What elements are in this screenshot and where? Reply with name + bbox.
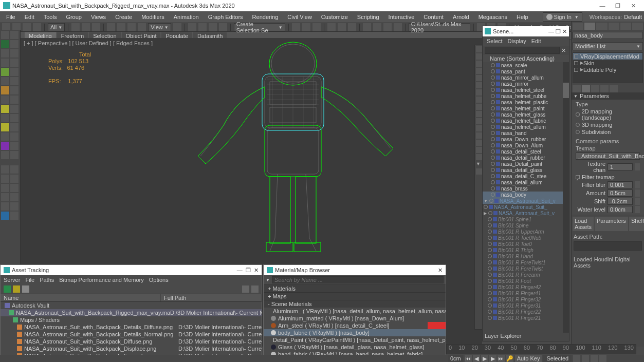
lt-icon[interactable] [10,40,19,48]
tab-display[interactable]: Display [508,38,526,44]
lt-icon[interactable] [10,49,19,58]
lt-icon[interactable] [10,114,19,122]
close-button[interactable]: ✕ [625,3,641,9]
menu-create[interactable]: Create [111,13,136,21]
filter-icon[interactable] [476,68,482,74]
funnel-icon[interactable]: ▼ [476,161,482,167]
spinner-snap-icon[interactable] [219,23,227,31]
nav-icon[interactable] [599,355,606,362]
lt-icon[interactable] [1,193,9,201]
scene-row[interactable]: Bip001 R Thigh [483,247,569,253]
lt-icon[interactable] [10,123,19,131]
lt-icon[interactable] [1,40,9,48]
minimize-button[interactable]: — [595,3,610,9]
dope-sheet-icon[interactable] [338,23,346,31]
align-icon[interactable] [302,23,310,31]
render-icon[interactable] [394,23,402,31]
amount-field[interactable]: 0,5cm [608,189,633,197]
spinner-icon[interactable] [635,198,640,205]
lt-icon[interactable] [1,77,9,85]
modifier-row[interactable]: VRayDisplacementMod [573,53,642,60]
lt-icon[interactable] [1,132,9,141]
layer-icon[interactable] [312,23,321,31]
lt-icon[interactable] [1,123,9,131]
close-icon[interactable]: ✕ [562,28,567,35]
tab-select[interactable]: Select [487,38,503,44]
scene-row[interactable]: Bip001 R Toe0Nub [483,235,569,241]
scene-row[interactable]: nasa_Down_Alum [483,142,569,148]
goto-start-icon[interactable]: ⏮ [465,355,472,362]
filter-icon[interactable] [476,46,482,52]
status-icon[interactable] [4,285,11,293]
lt-icon[interactable] [1,142,9,150]
scene-row[interactable]: nasa_mirror [483,81,569,87]
lt-icon[interactable] [1,212,9,220]
modifier-row[interactable]: ▶ Skin [573,60,642,66]
scene-row[interactable]: nasa_helmet_allum [483,124,569,130]
filter-icon[interactable] [476,154,482,160]
material-row[interactable]: Glass ( VRayMtl ) [nasa_detail_glass, na… [264,344,446,351]
minimize-icon[interactable]: — [548,28,554,34]
menu-animation[interactable]: Animation [170,13,203,21]
key-icon[interactable]: 🔑 [506,355,513,362]
percent-snap-icon[interactable] [209,23,217,31]
tab-shelf[interactable]: Shelf [629,217,644,231]
scene-row[interactable]: ▶NASA_Astronaut_Suit_v [483,210,569,216]
tab-parameters[interactable]: Parameters [595,217,628,231]
modifier-list-dropdown[interactable]: Modifier List▼ [573,42,643,50]
filter-icon[interactable] [476,97,482,103]
menu-interactive[interactable]: Interactive [384,13,419,21]
move-icon[interactable] [107,23,115,31]
scene-row[interactable]: nasa_helmet_steel [483,87,569,93]
prev-frame-icon[interactable]: ◀ [473,355,480,362]
unlink-icon[interactable] [33,23,41,31]
lt-icon[interactable] [10,105,19,113]
filter-icon[interactable] [476,75,482,81]
menu-megascans[interactable]: Megascans [474,13,511,21]
status-icon[interactable] [13,285,20,293]
filter-icon[interactable] [476,89,482,96]
named-selection[interactable]: Create Selection Se▼ [234,23,285,31]
material-row[interactable]: body_fabric ( VRayMtl ) [nasa_body] [264,329,446,336]
tree-icon[interactable] [251,285,259,293]
asset-row[interactable]: NASA_Astronaut_Suit_with_Backpack_Rigged… [1,309,262,316]
lt-icon[interactable] [10,96,19,104]
minimize-icon[interactable]: — [237,267,243,273]
scene-row[interactable]: Bip001 R Finger42 [483,284,569,290]
maximize-icon[interactable]: ❐ [246,267,251,274]
lt-icon[interactable] [10,77,19,85]
scene-row[interactable]: Bip001 R Finger32 [483,296,569,302]
lt-icon[interactable] [1,105,9,113]
section-maps[interactable]: + Maps [264,292,446,300]
scene-row[interactable]: nasa_detail_steel [483,148,569,155]
lt-icon[interactable] [10,59,19,67]
lt-icon[interactable] [1,165,9,174]
tab-motion-icon[interactable] [609,23,619,30]
lt-icon[interactable] [10,175,19,183]
place-icon[interactable] [138,23,146,31]
object-name-input[interactable] [573,32,643,39]
close-icon[interactable]: ✕ [438,267,443,274]
menu-rendering[interactable]: Rendering [248,13,283,21]
scene-row[interactable]: nasa_hand [483,130,569,136]
next-frame-icon[interactable]: ▶ [489,355,496,362]
spinner-icon[interactable] [635,189,640,197]
spinner-icon[interactable] [635,206,640,213]
tab-utilities-icon[interactable] [632,23,643,30]
scene-row[interactable]: nasa_Down_rubber [483,136,569,142]
material-editor-icon[interactable] [363,23,371,31]
filter-icon[interactable] [476,61,482,67]
lt-icon[interactable] [1,151,9,159]
filter-icon[interactable] [476,140,482,146]
menu-modifiers[interactable]: Modifiers [137,13,169,21]
radio-3d[interactable]: 3D mapping [576,121,640,128]
scene-row[interactable]: nasa_body [483,192,569,198]
lt-icon[interactable] [10,132,19,141]
mirror-icon[interactable] [292,23,300,31]
lt-icon[interactable] [1,49,9,58]
rotate-icon[interactable] [117,23,125,31]
lt-icon[interactable] [1,59,9,67]
select-icon[interactable] [71,23,80,31]
asset-row[interactable]: NASA_Astronaut_Suit_with_Backpack_Displa… [1,345,262,352]
select-by-name-icon[interactable] [92,23,100,31]
